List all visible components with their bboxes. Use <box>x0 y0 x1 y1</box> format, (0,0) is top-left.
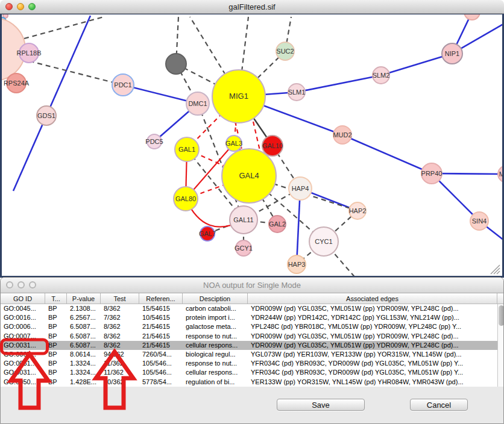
table-header: GO IDT...P-valueTestReferen...Desciption… <box>1 293 503 304</box>
noa-window-titlebar[interactable]: NOA output for Single Mode <box>1 278 503 293</box>
node-label-RPL18B: RPL18B <box>17 49 42 57</box>
cell: 21/54615 <box>139 341 183 350</box>
cell: protein import i... <box>183 313 248 322</box>
node-label-MUD2: MUD2 <box>333 131 351 139</box>
cell: 6.5087... <box>67 341 101 350</box>
cell: 7/362 <box>101 313 139 322</box>
minimize-icon[interactable] <box>17 3 24 10</box>
cell: cellular respons... <box>183 341 248 350</box>
node-label-PRP40: PRP40 <box>421 170 443 177</box>
cell: YPL248C (pd) YBR018C, YML051W (pp) YDR00… <box>248 322 497 331</box>
cell: BP <box>45 378 67 387</box>
table-row[interactable]: GO:0050...BP1.428E...80/3625778/54...reg… <box>1 378 497 387</box>
cell: BP <box>45 304 67 313</box>
close-icon[interactable] <box>6 281 13 288</box>
column-header-go-id[interactable]: GO ID <box>1 293 45 304</box>
cell: BP <box>45 341 67 350</box>
node-label-PDC1: PDC1 <box>114 81 131 89</box>
resize-grip-icon[interactable] <box>491 265 500 274</box>
cell: YFR034C (pd) YBR093C, YDR009W (pd) YGL03… <box>248 368 497 377</box>
cell: 11/362 <box>101 359 139 368</box>
table-row[interactable]: GO:0065...BP8.0614...94/3627260/54...bio… <box>1 350 497 359</box>
cell: 2.1308... <box>67 304 101 313</box>
cell: GO:0006... <box>1 322 45 331</box>
node-label-NIP1: NIP1 <box>445 50 459 57</box>
cell: GO:0016... <box>1 313 45 322</box>
table-row[interactable]: GO:0006...BP6.5087...8/36221/54615galact… <box>1 322 497 331</box>
cell: 105/546... <box>139 368 183 377</box>
node-label-GCY1: GCY1 <box>235 245 253 252</box>
cell: YDR009W (pd) YGL035C, YML051W (pp) YDR00… <box>248 341 497 350</box>
edge-blue <box>297 75 381 92</box>
node-label-SIN4: SIN4 <box>472 217 487 225</box>
nodes-layer: RPL18BRPS24AGDS1PDC1DMC1MIG1SUC2SLM1SLM2… <box>2 14 502 273</box>
cell: 80/362 <box>101 378 139 387</box>
column-header-desciption[interactable]: Desciption <box>183 293 248 304</box>
cell: GO:0045... <box>1 304 45 313</box>
cell: 6.5087... <box>67 322 101 331</box>
node-label-SLM1: SLM1 <box>288 89 306 96</box>
cell: YFR034C (pd) YBR093C, YDR009W (pd) YGL03… <box>248 359 497 368</box>
network-window-titlebar[interactable]: galFiltered.sif <box>0 0 504 14</box>
column-header-p-value[interactable]: P-value <box>67 293 101 304</box>
cell: YDR244W (pp) YDR142C, YDR142C (pp) YGL15… <box>248 313 497 322</box>
column-header-associated-edges[interactable]: Associated edges <box>248 293 497 304</box>
node-label-GAL4: GAL4 <box>239 171 259 180</box>
node-label-HAP4: HAP4 <box>292 185 309 192</box>
cell: galactose meta... <box>183 322 248 331</box>
cell: 15/54615 <box>139 304 183 313</box>
dialog-footer: Save Cancel <box>1 387 503 424</box>
edges-layer <box>12 14 502 276</box>
noa-window-title: NOA output for Single Mode <box>203 281 301 290</box>
node-label-MSN: MSN <box>499 170 502 178</box>
minimize-icon[interactable] <box>17 281 25 288</box>
cell: biological regul... <box>183 350 248 359</box>
node-label-MIG1: MIG1 <box>229 92 248 101</box>
cell: GO:0031... <box>1 368 45 377</box>
network-canvas[interactable]: RPL18BRPS24AGDS1PDC1DMC1MIG1SUC2SLM1SLM2… <box>0 14 504 278</box>
edge-blue <box>381 54 452 75</box>
save-button[interactable]: Save <box>277 399 365 411</box>
node-label-GAL80: GAL80 <box>175 195 196 202</box>
table-row[interactable]: GO:0007...BP6.5087...8/36221/54615respon… <box>1 332 497 341</box>
node-label-GAL3: GAL3 <box>225 140 242 147</box>
node-label-PDC5: PDC5 <box>145 138 163 145</box>
table-row[interactable]: GO:0016...BP6.2567...7/36210/54615protei… <box>1 313 497 322</box>
go-table: GO:0045...BP2.1308...8/36215/54615carbon… <box>1 304 503 387</box>
cell: BP <box>45 322 67 331</box>
cell: BP <box>45 313 67 322</box>
zoom-icon[interactable] <box>28 3 36 10</box>
cell: 21/54615 <box>139 332 183 341</box>
cell: 105/546... <box>139 359 183 368</box>
table-row[interactable]: GO:0045...BP2.1308...8/36215/54615carbon… <box>1 304 497 313</box>
noa-output-window: NOA output for Single Mode GO IDT...P-va… <box>0 277 504 424</box>
zoom-icon[interactable] <box>29 281 36 288</box>
close-icon[interactable] <box>5 3 13 10</box>
table-row[interactable]: GO:0031...BP1.3324...11/362105/546...res… <box>1 359 497 368</box>
node-label-CYC1: CYC1 <box>315 238 332 245</box>
node-top-right[interactable] <box>464 14 480 20</box>
column-header-referen[interactable]: Referen... <box>139 293 183 304</box>
cell: 8.0614... <box>67 350 101 359</box>
node-gray-node[interactable] <box>166 54 186 74</box>
node-label-HAP2: HAP2 <box>349 207 367 214</box>
scrollbar-thumb[interactable] <box>499 305 504 326</box>
cell: 1.3324... <box>67 368 101 377</box>
cancel-button[interactable]: Cancel <box>410 399 468 411</box>
column-header-t[interactable]: T... <box>45 293 67 304</box>
cell: 8/362 <box>101 322 139 331</box>
node-label-GAL2: GAL2 <box>269 220 286 228</box>
network-window: galFiltered.sif RPL18BRPS24AGDS1PDC1DMC1… <box>0 0 504 277</box>
table-row[interactable]: GO:0031...BP1.3324...11/362105/546...cel… <box>1 368 497 377</box>
node-label-GAL10: GAL10 <box>262 142 283 149</box>
column-header-test[interactable]: Test <box>101 293 139 304</box>
cell: GO:0007... <box>1 332 45 341</box>
cell: 8/362 <box>101 304 139 313</box>
cell: BP <box>45 368 67 377</box>
node-label-GDS1: GDS1 <box>37 112 55 119</box>
node-label-SLM2: SLM2 <box>373 72 390 79</box>
cell: YER133W (pp) YOR315W, YNL145W (pd) YHR08… <box>248 378 497 387</box>
table-row-selected[interactable]: GO:0031...BP6.5087...8/36221/54615cellul… <box>1 341 497 350</box>
network-graph: RPL18BRPS24AGDS1PDC1DMC1MIG1SUC2SLM1SLM2… <box>2 14 502 276</box>
scrollbar-track[interactable] <box>497 304 503 387</box>
